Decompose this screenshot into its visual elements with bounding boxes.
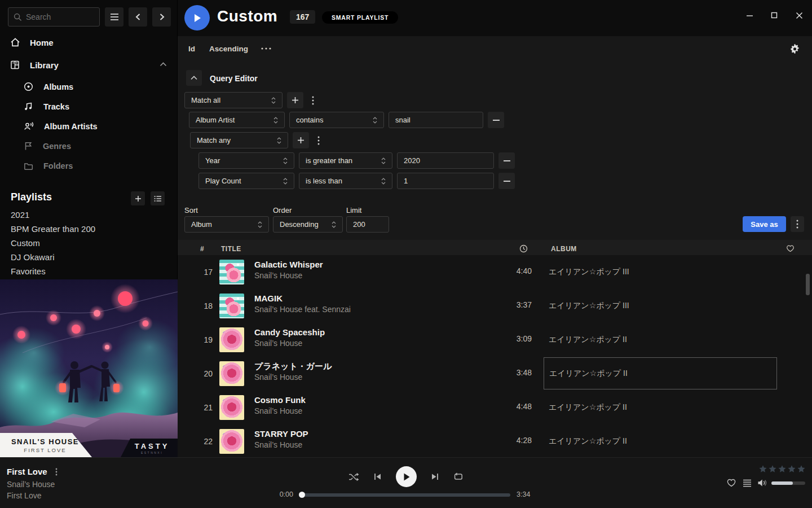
sidebar-item-folders[interactable]: Folders	[24, 161, 73, 170]
album-cover-thumbnail[interactable]	[219, 429, 244, 454]
rule-value-input[interactable]	[389, 112, 483, 128]
now-playing-artwork[interactable]: SNAIL'S HOUSE FIRST LOVE TASTY ESTNNXI	[0, 279, 178, 457]
album-cover-thumbnail[interactable]	[219, 361, 244, 386]
sidebar-item-album-artists[interactable]: Album Artists	[24, 121, 98, 131]
column-index[interactable]: #	[200, 245, 204, 253]
volume-speaker-icon[interactable]	[757, 479, 767, 487]
playlist-item[interactable]: BPM Greater than 200	[11, 224, 95, 234]
rule-field-select[interactable]: Play Count	[198, 173, 294, 189]
rule-field-select[interactable]: Album Artist	[189, 112, 285, 128]
query-sort-select[interactable]: Album	[184, 216, 269, 233]
seek-bar[interactable]	[302, 493, 510, 497]
track-row[interactable]: 19 Candy Spaceship Snail’s House 3:09 エイ…	[178, 323, 812, 357]
star-icon[interactable]	[768, 465, 777, 474]
track-album-cell[interactable]: エイリアン☆ポップ II	[544, 391, 777, 423]
column-album[interactable]: ALBUM	[551, 245, 577, 253]
settings-gear-icon[interactable]	[789, 43, 800, 54]
track-artist: Snail’s House	[254, 339, 302, 348]
track-album-cell[interactable]: エイリアン☆ポップ II	[544, 425, 777, 457]
playlist-item[interactable]: Custom	[11, 238, 40, 248]
now-playing-menu-icon[interactable]	[55, 468, 58, 476]
limit-input[interactable]	[346, 216, 389, 233]
next-track-icon[interactable]	[431, 472, 439, 481]
match-mode-select[interactable]: Match any	[190, 132, 288, 148]
favorite-heart-icon[interactable]	[726, 478, 736, 487]
play-icon	[193, 13, 202, 23]
volume-slider[interactable]	[771, 481, 805, 485]
star-icon[interactable]	[758, 465, 767, 474]
shuffle-icon[interactable]	[348, 472, 359, 481]
sort-field-control[interactable]: Id	[188, 45, 195, 53]
sidebar-item-home[interactable]: Home	[10, 37, 54, 47]
playlists-heading: Playlists	[11, 191, 52, 203]
duration-clock-icon[interactable]	[519, 244, 528, 253]
more-options-icon[interactable]	[261, 47, 271, 50]
query-menu-icon[interactable]	[791, 216, 804, 232]
play-pause-button[interactable]	[396, 466, 417, 487]
repeat-icon[interactable]	[453, 472, 464, 481]
add-rule-button[interactable]	[293, 132, 309, 148]
track-row[interactable]: 22 STARRY POP Snail’s House 4:28 エイリアン☆ポ…	[178, 424, 812, 457]
track-row[interactable]: 21 Cosmo Funk Snail’s House 4:48 エイリアン☆ポ…	[178, 391, 812, 424]
match-mode-select[interactable]: Match all	[184, 92, 283, 108]
playlist-item[interactable]: 2021	[11, 210, 29, 220]
column-title[interactable]: TITLE	[221, 245, 241, 253]
track-album-cell[interactable]: エイリアン☆ポップ II	[544, 323, 777, 356]
playlist-list-button[interactable]	[151, 191, 165, 205]
collapse-query-editor-button[interactable]	[186, 70, 202, 86]
album-cover-thumbnail[interactable]	[219, 260, 244, 284]
track-row[interactable]: 17 Galactic Whisper Snail’s House 4:40 エ…	[178, 255, 812, 289]
back-button[interactable]	[129, 7, 147, 27]
sidebar-item-albums[interactable]: Albums	[24, 82, 73, 91]
minimize-button[interactable]	[741, 7, 758, 24]
track-album-cell[interactable]: エイリアン☆ポップ III	[544, 290, 777, 322]
album-cover-thumbnail[interactable]	[219, 294, 244, 318]
playlist-item[interactable]: Favorites	[11, 266, 46, 276]
library-collapse-chevron-icon[interactable]	[160, 62, 167, 67]
play-playlist-button[interactable]	[184, 5, 210, 30]
track-album-cell[interactable]: エイリアン☆ポップ II	[544, 357, 777, 389]
favorite-heart-icon[interactable]	[786, 244, 795, 252]
track-row[interactable]: 18 MAGIK Snail’s House feat. Sennzai 3:3…	[178, 289, 812, 323]
tracklist-scrollbar-thumb[interactable]	[806, 274, 810, 295]
playlist-item[interactable]: DJ Okawari	[11, 252, 55, 262]
star-icon[interactable]	[778, 465, 787, 474]
rule-operator-select[interactable]: contains	[289, 112, 384, 128]
maximize-button[interactable]	[766, 7, 783, 24]
forward-button[interactable]	[152, 7, 171, 27]
menu-button[interactable]	[105, 7, 123, 27]
sidebar-item-tracks[interactable]: Tracks	[24, 102, 69, 111]
track-row[interactable]: 20 プラネット・ガール Snail’s House 3:48 エイリアン☆ポッ…	[178, 357, 812, 391]
sidebar-item-genres[interactable]: Genres	[24, 141, 71, 151]
add-rule-button[interactable]	[287, 92, 303, 108]
star-icon[interactable]	[787, 465, 796, 474]
group-menu-icon[interactable]	[308, 92, 317, 108]
album-cover-thumbnail[interactable]	[219, 395, 244, 420]
sidebar-item-library[interactable]: Library	[10, 60, 59, 70]
rule-operator-select[interactable]: is greater than	[299, 152, 392, 169]
seek-thumb[interactable]	[299, 492, 305, 498]
rule-operator-select[interactable]: is less than	[299, 173, 392, 189]
previous-track-icon[interactable]	[373, 472, 382, 481]
rule-value-input[interactable]	[397, 173, 494, 189]
save-as-button[interactable]: Save as	[743, 216, 786, 232]
add-playlist-button[interactable]	[131, 191, 145, 205]
search-box[interactable]	[8, 7, 100, 27]
album-cover-thumbnail[interactable]	[219, 327, 244, 352]
close-button[interactable]	[791, 7, 807, 24]
track-album-cell[interactable]: エイリアン☆ポップ III	[544, 256, 777, 288]
rule-field-value: Play Count	[205, 177, 241, 185]
remove-rule-button[interactable]	[498, 173, 515, 189]
group-menu-icon[interactable]	[314, 132, 323, 148]
star-icon[interactable]	[797, 465, 806, 474]
rule-field-select[interactable]: Year	[198, 152, 294, 169]
remove-rule-button[interactable]	[498, 152, 515, 169]
sidebar-item-label: Home	[30, 38, 54, 47]
sidebar-item-label: Genres	[43, 142, 71, 151]
search-input[interactable]	[26, 12, 88, 21]
queue-icon[interactable]	[743, 479, 752, 487]
remove-rule-button[interactable]	[488, 112, 504, 128]
rule-value-input[interactable]	[397, 152, 494, 169]
sort-direction-control[interactable]: Ascending	[209, 45, 248, 53]
query-order-select[interactable]: Descending	[273, 216, 343, 233]
